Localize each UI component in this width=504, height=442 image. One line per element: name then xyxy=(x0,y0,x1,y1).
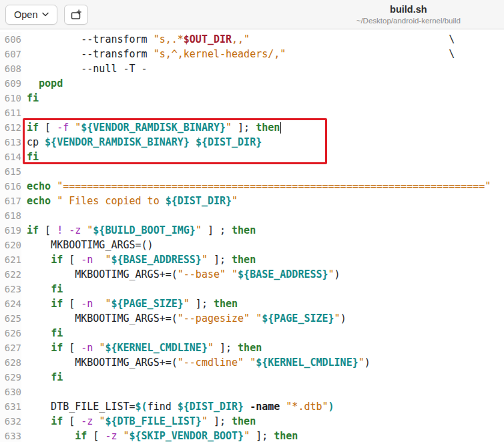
code-line-text: fi xyxy=(27,282,63,296)
line-number: 625 xyxy=(0,311,21,326)
code-line-text: echo "==================================… xyxy=(27,179,491,194)
line-number: 633 xyxy=(0,429,21,442)
code-line-text: if [ -n "${BASE_ADDRESS}" ]; then xyxy=(27,252,256,267)
code-lines: 606 --transform "s,.*$OUT_DIR,," \607 --… xyxy=(0,32,504,442)
code-line[interactable]: 615 xyxy=(0,164,504,179)
line-number: 619 xyxy=(0,223,21,238)
header-bar: Open build.sh ~/Desktop/android-kernel/b… xyxy=(0,0,504,29)
code-line[interactable]: 629 fi xyxy=(0,370,504,385)
line-number: 622 xyxy=(0,267,21,282)
line-number: 632 xyxy=(0,414,21,429)
code-line[interactable]: 626 fi xyxy=(0,326,504,341)
code-line-text: --transform "s,^,kernel-headers/," \ xyxy=(27,47,455,61)
text-cursor xyxy=(280,122,281,134)
code-line[interactable]: 621 if [ -n "${BASE_ADDRESS}" ]; then xyxy=(0,252,504,267)
line-number: 620 xyxy=(0,238,21,252)
line-number: 615 xyxy=(0,164,21,179)
code-line-text: cp ${VENDOR_RAMDISK_BINARY} ${DIST_DIR} xyxy=(27,135,262,150)
code-line-text: if [ -n "${PAGE_SIZE}" ]; then xyxy=(27,296,238,311)
line-number: 630 xyxy=(0,385,21,399)
line-number: 624 xyxy=(0,296,21,311)
code-line[interactable]: 628 MKBOOTIMG_ARGS+=("--cmdline" "${KERN… xyxy=(0,355,504,370)
code-line-text: fi xyxy=(27,326,63,341)
open-button[interactable]: Open xyxy=(5,5,57,25)
code-line[interactable]: 627 if [ -n "${KERNEL_CMDLINE}" ]; then xyxy=(0,341,504,355)
line-number: 612 xyxy=(0,120,21,135)
code-line[interactable]: 607 --transform "s,^,kernel-headers/," \ xyxy=(0,47,504,61)
code-line[interactable]: 632 if [ -z "${DTB_FILE_LIST}" ]; then xyxy=(0,414,504,429)
code-line[interactable]: 631 DTB_FILE_LIST=$(find ${DIST_DIR} -na… xyxy=(0,399,504,414)
code-line[interactable]: 625 MKBOOTIMG_ARGS+=("--pagesize" "${PAG… xyxy=(0,311,504,326)
code-line-text: if [ -f "${VENDOR_RAMDISK_BINARY}" ]; th… xyxy=(27,120,281,135)
tab-new-icon xyxy=(71,9,81,20)
code-line[interactable]: 611 xyxy=(0,105,504,120)
code-line-text: if [ -n "${KERNEL_CMDLINE}" ]; then xyxy=(27,341,262,355)
chevron-down-icon xyxy=(42,12,49,17)
line-number: 629 xyxy=(0,370,21,385)
code-line-text: DTB_FILE_LIST=$(find ${DIST_DIR} -name "… xyxy=(27,399,334,414)
code-line-text: MKBOOTIMG_ARGS+=("--cmdline" "${KERNEL_C… xyxy=(27,355,370,370)
code-line[interactable]: 613cp ${VENDOR_RAMDISK_BINARY} ${DIST_DI… xyxy=(0,135,504,150)
code-line[interactable]: 616echo "===============================… xyxy=(0,179,504,194)
code-line[interactable]: 612if [ -f "${VENDOR_RAMDISK_BINARY}" ];… xyxy=(0,120,504,135)
code-line[interactable]: 633 if [ -z "${SKIP_VENDOR_BOOT}" ]; the… xyxy=(0,429,504,442)
code-line[interactable]: 608 --null -T - xyxy=(0,61,504,76)
line-number: 627 xyxy=(0,341,21,355)
line-number: 607 xyxy=(0,47,21,61)
line-number: 609 xyxy=(0,76,21,91)
code-line[interactable]: 630 xyxy=(0,385,504,399)
code-line-text: --null -T - xyxy=(27,61,148,76)
line-number: 610 xyxy=(0,91,21,105)
line-number: 611 xyxy=(0,105,21,120)
code-line-text: if [ -z "${DTB_FILE_LIST}" ]; then xyxy=(27,414,256,429)
line-number: 616 xyxy=(0,179,21,194)
line-number: 613 xyxy=(0,135,21,150)
text-editor-window: Open build.sh ~/Desktop/android-kernel/b… xyxy=(0,0,504,442)
editor-area[interactable]: 606 --transform "s,.*$OUT_DIR,," \607 --… xyxy=(0,29,504,442)
line-number: 618 xyxy=(0,208,21,223)
code-line-text: if [ ! -z "${BUILD_BOOT_IMG}" ] ; then xyxy=(27,223,256,238)
code-line[interactable]: 606 --transform "s,.*$OUT_DIR,," \ xyxy=(0,32,504,47)
line-number: 621 xyxy=(0,252,21,267)
line-number: 631 xyxy=(0,399,21,414)
line-number: 606 xyxy=(0,32,21,47)
line-number: 608 xyxy=(0,61,21,76)
code-line-text: fi xyxy=(27,370,63,385)
code-line[interactable]: 614fi xyxy=(0,150,504,164)
code-line[interactable]: 617echo " Files copied to ${DIST_DIR}" xyxy=(0,194,504,208)
line-number: 617 xyxy=(0,194,21,208)
window-title-block: build.sh ~/Desktop/android-kernel/build xyxy=(356,3,461,26)
code-line[interactable]: 620 MKBOOTIMG_ARGS=() xyxy=(0,238,504,252)
code-line-text: popd xyxy=(27,76,63,91)
code-line[interactable]: 618 xyxy=(0,208,504,223)
code-line-text: fi xyxy=(27,150,39,164)
code-line-text: echo " Files copied to ${DIST_DIR}" xyxy=(27,194,238,208)
code-line-text: fi xyxy=(27,91,39,105)
document-path: ~/Desktop/android-kernel/build xyxy=(356,16,461,25)
code-line[interactable]: 610fi xyxy=(0,91,504,105)
document-title: build.sh xyxy=(390,3,427,15)
line-number: 623 xyxy=(0,282,21,296)
code-line-text: MKBOOTIMG_ARGS+=("--pagesize" "${PAGE_SI… xyxy=(27,311,346,326)
line-number: 628 xyxy=(0,355,21,370)
code-line-text: MKBOOTIMG_ARGS=() xyxy=(27,238,154,252)
code-line-text: MKBOOTIMG_ARGS+=("--base" "${BASE_ADDRES… xyxy=(27,267,340,282)
line-number: 614 xyxy=(0,150,21,164)
code-line[interactable]: 609 popd xyxy=(0,76,504,91)
code-line[interactable]: 619if [ ! -z "${BUILD_BOOT_IMG}" ] ; the… xyxy=(0,223,504,238)
code-line-text: --transform "s,.*$OUT_DIR,," \ xyxy=(27,32,455,47)
line-number: 626 xyxy=(0,326,21,341)
code-line[interactable]: 623 fi xyxy=(0,282,504,296)
new-tab-button[interactable] xyxy=(64,5,88,25)
code-line[interactable]: 622 MKBOOTIMG_ARGS+=("--base" "${BASE_AD… xyxy=(0,267,504,282)
code-line[interactable]: 624 if [ -n "${PAGE_SIZE}" ]; then xyxy=(0,296,504,311)
code-line-text: if [ -z "${SKIP_VENDOR_BOOT}" ]; then xyxy=(27,429,298,442)
open-button-label: Open xyxy=(14,9,37,20)
